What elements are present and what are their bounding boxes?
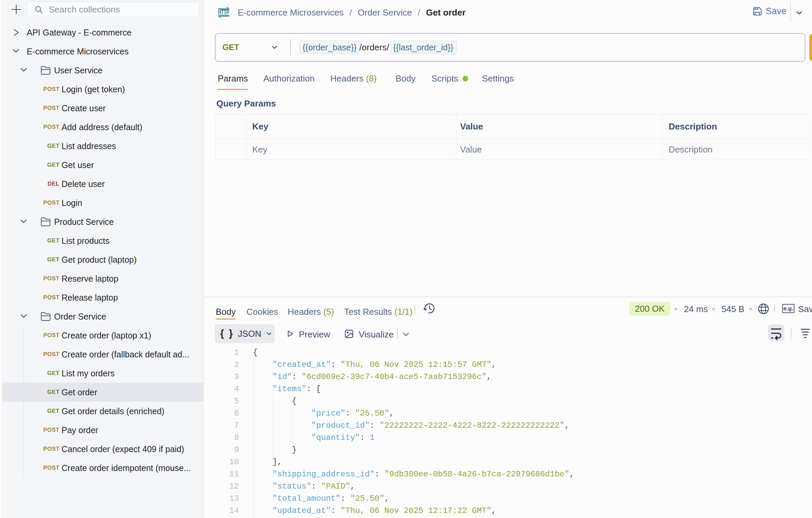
svg-text:HTTP: HTTP (218, 8, 229, 16)
